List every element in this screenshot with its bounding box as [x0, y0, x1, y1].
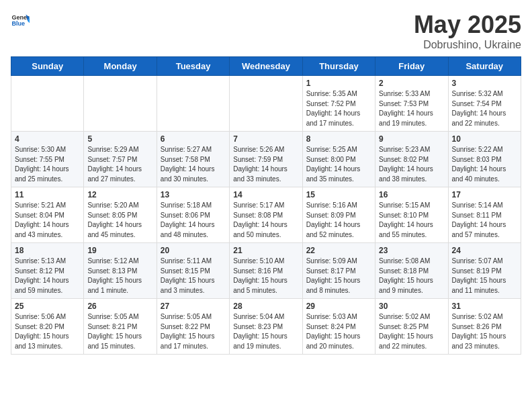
calendar-cell: 20Sunrise: 5:11 AM Sunset: 8:15 PM Dayli…	[157, 243, 229, 299]
calendar-cell: 11Sunrise: 5:21 AM Sunset: 8:04 PM Dayli…	[11, 187, 84, 243]
day-info: Sunrise: 5:32 AM Sunset: 7:54 PM Dayligh…	[452, 89, 517, 128]
svg-text:Blue: Blue	[11, 20, 25, 27]
day-info: Sunrise: 5:20 AM Sunset: 8:05 PM Dayligh…	[87, 201, 152, 240]
day-info: Sunrise: 5:14 AM Sunset: 8:11 PM Dayligh…	[452, 201, 517, 240]
day-number: 10	[452, 134, 517, 144]
calendar-cell: 14Sunrise: 5:17 AM Sunset: 8:08 PM Dayli…	[230, 187, 302, 243]
day-number: 3	[452, 79, 517, 88]
calendar-cell: 25Sunrise: 5:06 AM Sunset: 8:20 PM Dayli…	[11, 299, 84, 355]
day-number: 12	[87, 190, 152, 199]
day-info: Sunrise: 5:33 AM Sunset: 7:53 PM Dayligh…	[379, 89, 444, 128]
calendar-cell: 15Sunrise: 5:16 AM Sunset: 8:09 PM Dayli…	[302, 187, 375, 243]
calendar-cell	[84, 76, 157, 132]
calendar-cell: 28Sunrise: 5:04 AM Sunset: 8:23 PM Dayli…	[230, 299, 302, 355]
day-number: 9	[379, 134, 444, 144]
day-number: 19	[87, 246, 152, 255]
day-info: Sunrise: 5:18 AM Sunset: 8:06 PM Dayligh…	[161, 201, 226, 240]
day-number: 2	[379, 79, 444, 88]
calendar-cell: 29Sunrise: 5:03 AM Sunset: 8:24 PM Dayli…	[302, 299, 375, 355]
day-info: Sunrise: 5:11 AM Sunset: 8:15 PM Dayligh…	[161, 257, 226, 295]
calendar-cell: 7Sunrise: 5:26 AM Sunset: 7:59 PM Daylig…	[230, 132, 302, 187]
day-number: 24	[452, 246, 517, 255]
calendar-cell: 31Sunrise: 5:02 AM Sunset: 8:26 PM Dayli…	[448, 299, 521, 355]
calendar-cell	[157, 76, 229, 132]
day-number: 7	[233, 134, 298, 144]
logo-icon: General Blue	[11, 11, 30, 30]
day-number: 27	[161, 302, 226, 311]
day-number: 29	[306, 302, 371, 311]
weekday-header-friday: Friday	[375, 57, 448, 76]
day-info: Sunrise: 5:25 AM Sunset: 8:00 PM Dayligh…	[306, 145, 371, 184]
day-number: 28	[233, 302, 298, 311]
day-info: Sunrise: 5:04 AM Sunset: 8:23 PM Dayligh…	[233, 312, 298, 351]
calendar-week-row: 4Sunrise: 5:30 AM Sunset: 7:55 PM Daylig…	[11, 132, 521, 187]
calendar-cell	[11, 76, 84, 132]
day-info: Sunrise: 5:15 AM Sunset: 8:10 PM Dayligh…	[379, 201, 444, 240]
calendar-cell: 4Sunrise: 5:30 AM Sunset: 7:55 PM Daylig…	[11, 132, 84, 187]
day-info: Sunrise: 5:29 AM Sunset: 7:57 PM Dayligh…	[87, 145, 152, 184]
calendar-cell: 2Sunrise: 5:33 AM Sunset: 7:53 PM Daylig…	[375, 76, 448, 132]
calendar-cell: 18Sunrise: 5:13 AM Sunset: 8:12 PM Dayli…	[11, 243, 84, 299]
day-number: 25	[15, 302, 80, 311]
calendar-cell: 9Sunrise: 5:23 AM Sunset: 8:02 PM Daylig…	[375, 132, 448, 187]
weekday-header-monday: Monday	[84, 57, 157, 76]
calendar-cell: 17Sunrise: 5:14 AM Sunset: 8:11 PM Dayli…	[448, 187, 521, 243]
logo: General Blue	[11, 11, 30, 30]
day-info: Sunrise: 5:23 AM Sunset: 8:02 PM Dayligh…	[379, 145, 444, 184]
day-info: Sunrise: 5:13 AM Sunset: 8:12 PM Dayligh…	[15, 257, 80, 295]
day-info: Sunrise: 5:06 AM Sunset: 8:20 PM Dayligh…	[15, 312, 80, 351]
day-number: 18	[15, 246, 80, 255]
location-title: Dobrushino, Ukraine	[414, 39, 521, 51]
calendar-cell	[230, 76, 302, 132]
day-number: 30	[379, 302, 444, 311]
calendar-cell: 19Sunrise: 5:12 AM Sunset: 8:13 PM Dayli…	[84, 243, 157, 299]
day-info: Sunrise: 5:27 AM Sunset: 7:58 PM Dayligh…	[161, 145, 226, 184]
day-number: 23	[379, 246, 444, 255]
calendar-cell: 3Sunrise: 5:32 AM Sunset: 7:54 PM Daylig…	[448, 76, 521, 132]
calendar-cell: 23Sunrise: 5:08 AM Sunset: 8:18 PM Dayli…	[375, 243, 448, 299]
calendar-cell: 5Sunrise: 5:29 AM Sunset: 7:57 PM Daylig…	[84, 132, 157, 187]
calendar-cell: 30Sunrise: 5:02 AM Sunset: 8:25 PM Dayli…	[375, 299, 448, 355]
calendar-cell: 16Sunrise: 5:15 AM Sunset: 8:10 PM Dayli…	[375, 187, 448, 243]
day-number: 16	[379, 190, 444, 199]
calendar-cell: 6Sunrise: 5:27 AM Sunset: 7:58 PM Daylig…	[157, 132, 229, 187]
day-number: 4	[15, 134, 80, 144]
calendar-week-row: 18Sunrise: 5:13 AM Sunset: 8:12 PM Dayli…	[11, 243, 521, 299]
day-number: 13	[161, 190, 226, 199]
calendar-cell: 13Sunrise: 5:18 AM Sunset: 8:06 PM Dayli…	[157, 187, 229, 243]
day-info: Sunrise: 5:35 AM Sunset: 7:52 PM Dayligh…	[306, 89, 371, 128]
day-info: Sunrise: 5:30 AM Sunset: 7:55 PM Dayligh…	[15, 145, 80, 184]
calendar-cell: 10Sunrise: 5:22 AM Sunset: 8:03 PM Dayli…	[448, 132, 521, 187]
calendar-week-row: 25Sunrise: 5:06 AM Sunset: 8:20 PM Dayli…	[11, 299, 521, 355]
weekday-header-row: SundayMondayTuesdayWednesdayThursdayFrid…	[11, 57, 521, 76]
day-info: Sunrise: 5:02 AM Sunset: 8:25 PM Dayligh…	[379, 312, 444, 351]
day-number: 21	[233, 246, 298, 255]
day-info: Sunrise: 5:12 AM Sunset: 8:13 PM Dayligh…	[87, 257, 152, 295]
day-number: 11	[15, 190, 80, 199]
day-info: Sunrise: 5:08 AM Sunset: 8:18 PM Dayligh…	[379, 257, 444, 295]
day-info: Sunrise: 5:05 AM Sunset: 8:21 PM Dayligh…	[87, 312, 152, 351]
day-info: Sunrise: 5:26 AM Sunset: 7:59 PM Dayligh…	[233, 145, 298, 184]
day-info: Sunrise: 5:02 AM Sunset: 8:26 PM Dayligh…	[452, 312, 517, 351]
calendar-cell: 22Sunrise: 5:09 AM Sunset: 8:17 PM Dayli…	[302, 243, 375, 299]
day-number: 31	[452, 302, 517, 311]
weekday-header-tuesday: Tuesday	[157, 57, 229, 76]
calendar-cell: 21Sunrise: 5:10 AM Sunset: 8:16 PM Dayli…	[230, 243, 302, 299]
weekday-header-thursday: Thursday	[302, 57, 375, 76]
day-number: 14	[233, 190, 298, 199]
day-info: Sunrise: 5:16 AM Sunset: 8:09 PM Dayligh…	[306, 201, 371, 240]
page-header: General Blue May 2025 Dobrushino, Ukrain…	[11, 11, 521, 51]
day-info: Sunrise: 5:09 AM Sunset: 8:17 PM Dayligh…	[306, 257, 371, 295]
title-area: May 2025 Dobrushino, Ukraine	[414, 11, 521, 51]
day-number: 26	[87, 302, 152, 311]
day-info: Sunrise: 5:05 AM Sunset: 8:22 PM Dayligh…	[161, 312, 226, 351]
day-number: 1	[306, 79, 371, 88]
day-number: 8	[306, 134, 371, 144]
calendar-cell: 8Sunrise: 5:25 AM Sunset: 8:00 PM Daylig…	[302, 132, 375, 187]
weekday-header-saturday: Saturday	[448, 57, 521, 76]
day-number: 17	[452, 190, 517, 199]
calendar-cell: 26Sunrise: 5:05 AM Sunset: 8:21 PM Dayli…	[84, 299, 157, 355]
day-number: 22	[306, 246, 371, 255]
calendar-week-row: 1Sunrise: 5:35 AM Sunset: 7:52 PM Daylig…	[11, 76, 521, 132]
day-number: 20	[161, 246, 226, 255]
